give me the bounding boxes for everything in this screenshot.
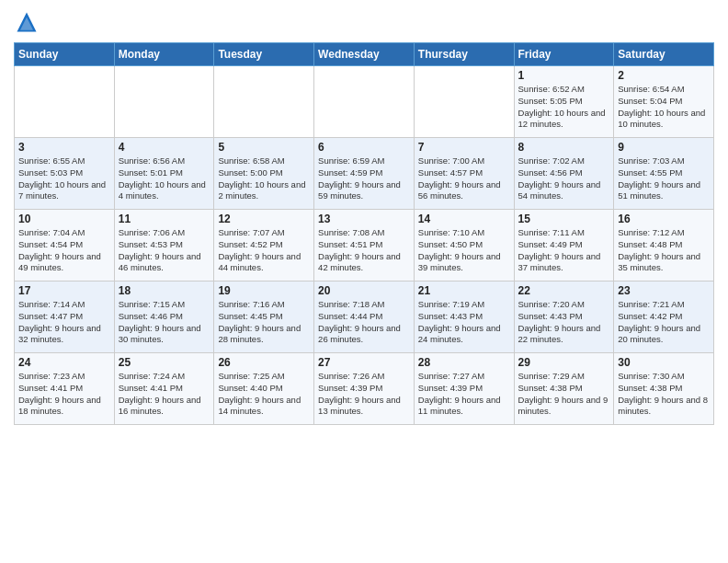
day-number: 21 [418, 284, 510, 297]
calendar-container: SundayMondayTuesdayWednesdayThursdayFrid… [0, 0, 728, 430]
day-info: Sunrise: 7:24 AM Sunset: 4:41 PM Dayligh… [119, 371, 210, 418]
day-cell: 1Sunrise: 6:52 AM Sunset: 5:05 PM Daylig… [514, 66, 614, 138]
day-cell: 23Sunrise: 7:21 AM Sunset: 4:42 PM Dayli… [614, 282, 714, 353]
day-header-friday: Friday [514, 43, 614, 66]
day-cell: 11Sunrise: 7:06 AM Sunset: 4:53 PM Dayli… [114, 210, 214, 282]
day-cell [15, 66, 115, 138]
day-info: Sunrise: 7:11 AM Sunset: 4:49 PM Dayligh… [518, 227, 610, 274]
header [14, 9, 714, 35]
day-number: 8 [518, 141, 610, 154]
day-number: 20 [318, 284, 410, 297]
day-cell: 24Sunrise: 7:23 AM Sunset: 4:41 PM Dayli… [15, 353, 115, 425]
day-number: 30 [618, 356, 710, 369]
day-info: Sunrise: 7:16 AM Sunset: 4:45 PM Dayligh… [218, 299, 310, 346]
day-info: Sunrise: 6:59 AM Sunset: 4:59 PM Dayligh… [318, 155, 410, 202]
day-info: Sunrise: 7:06 AM Sunset: 4:53 PM Dayligh… [119, 227, 210, 274]
day-number: 7 [418, 141, 510, 154]
day-cell: 10Sunrise: 7:04 AM Sunset: 4:54 PM Dayli… [15, 210, 115, 282]
day-number: 25 [119, 356, 210, 369]
day-cell: 8Sunrise: 7:02 AM Sunset: 4:56 PM Daylig… [514, 138, 614, 210]
day-info: Sunrise: 7:08 AM Sunset: 4:51 PM Dayligh… [318, 227, 410, 274]
day-cell [214, 66, 314, 138]
day-cell: 2Sunrise: 6:54 AM Sunset: 5:04 PM Daylig… [614, 66, 714, 138]
day-cell: 15Sunrise: 7:11 AM Sunset: 4:49 PM Dayli… [514, 210, 614, 282]
day-cell: 4Sunrise: 6:56 AM Sunset: 5:01 PM Daylig… [114, 138, 214, 210]
day-number: 13 [318, 213, 410, 225]
week-row-2: 3Sunrise: 6:55 AM Sunset: 5:03 PM Daylig… [15, 138, 714, 210]
day-info: Sunrise: 6:55 AM Sunset: 5:03 PM Dayligh… [18, 155, 110, 202]
day-cell [114, 66, 214, 138]
day-cell: 21Sunrise: 7:19 AM Sunset: 4:43 PM Dayli… [414, 282, 514, 353]
week-row-1: 1Sunrise: 6:52 AM Sunset: 5:05 PM Daylig… [15, 66, 714, 138]
day-info: Sunrise: 7:29 AM Sunset: 4:38 PM Dayligh… [518, 371, 610, 418]
day-info: Sunrise: 7:23 AM Sunset: 4:41 PM Dayligh… [18, 371, 110, 418]
day-info: Sunrise: 7:26 AM Sunset: 4:39 PM Dayligh… [318, 371, 410, 418]
day-cell: 5Sunrise: 6:58 AM Sunset: 5:00 PM Daylig… [214, 138, 314, 210]
day-number: 18 [119, 284, 210, 297]
day-number: 6 [318, 141, 410, 154]
day-info: Sunrise: 7:10 AM Sunset: 4:50 PM Dayligh… [418, 227, 510, 274]
day-number: 26 [218, 356, 310, 369]
days-header-row: SundayMondayTuesdayWednesdayThursdayFrid… [15, 43, 714, 66]
day-info: Sunrise: 7:19 AM Sunset: 4:43 PM Dayligh… [418, 299, 510, 346]
day-cell: 7Sunrise: 7:00 AM Sunset: 4:57 PM Daylig… [414, 138, 514, 210]
day-cell: 3Sunrise: 6:55 AM Sunset: 5:03 PM Daylig… [15, 138, 115, 210]
day-number: 9 [618, 141, 710, 154]
day-number: 23 [618, 284, 710, 297]
day-cell: 12Sunrise: 7:07 AM Sunset: 4:52 PM Dayli… [214, 210, 314, 282]
day-info: Sunrise: 7:20 AM Sunset: 4:43 PM Dayligh… [518, 299, 610, 346]
day-info: Sunrise: 7:21 AM Sunset: 4:42 PM Dayligh… [618, 299, 710, 346]
day-number: 11 [119, 213, 210, 225]
day-cell [414, 66, 514, 138]
day-number: 28 [418, 356, 510, 369]
day-cell: 29Sunrise: 7:29 AM Sunset: 4:38 PM Dayli… [514, 353, 614, 425]
calendar-table: SundayMondayTuesdayWednesdayThursdayFrid… [14, 42, 714, 425]
day-number: 4 [119, 141, 210, 154]
day-info: Sunrise: 7:14 AM Sunset: 4:47 PM Dayligh… [18, 299, 110, 346]
day-header-saturday: Saturday [614, 43, 714, 66]
day-info: Sunrise: 7:25 AM Sunset: 4:40 PM Dayligh… [218, 371, 310, 418]
logo [14, 9, 43, 35]
day-number: 22 [518, 284, 610, 297]
day-number: 17 [18, 284, 110, 297]
day-cell: 17Sunrise: 7:14 AM Sunset: 4:47 PM Dayli… [15, 282, 115, 353]
day-cell: 27Sunrise: 7:26 AM Sunset: 4:39 PM Dayli… [314, 353, 415, 425]
day-cell: 28Sunrise: 7:27 AM Sunset: 4:39 PM Dayli… [414, 353, 514, 425]
day-number: 16 [618, 213, 710, 225]
day-cell: 16Sunrise: 7:12 AM Sunset: 4:48 PM Dayli… [614, 210, 714, 282]
day-header-thursday: Thursday [414, 43, 514, 66]
day-info: Sunrise: 6:56 AM Sunset: 5:01 PM Dayligh… [119, 155, 210, 202]
logo-icon [14, 9, 40, 35]
day-cell: 9Sunrise: 7:03 AM Sunset: 4:55 PM Daylig… [614, 138, 714, 210]
day-info: Sunrise: 7:04 AM Sunset: 4:54 PM Dayligh… [18, 227, 110, 274]
day-cell: 26Sunrise: 7:25 AM Sunset: 4:40 PM Dayli… [214, 353, 314, 425]
day-info: Sunrise: 7:03 AM Sunset: 4:55 PM Dayligh… [618, 155, 710, 202]
day-number: 2 [618, 69, 710, 82]
day-number: 3 [18, 141, 110, 154]
day-number: 24 [18, 356, 110, 369]
day-cell [314, 66, 415, 138]
day-number: 15 [518, 213, 610, 225]
week-row-4: 17Sunrise: 7:14 AM Sunset: 4:47 PM Dayli… [15, 282, 714, 353]
day-info: Sunrise: 7:27 AM Sunset: 4:39 PM Dayligh… [418, 371, 510, 418]
day-number: 5 [218, 141, 310, 154]
day-info: Sunrise: 7:12 AM Sunset: 4:48 PM Dayligh… [618, 227, 710, 274]
day-cell: 6Sunrise: 6:59 AM Sunset: 4:59 PM Daylig… [314, 138, 415, 210]
day-header-sunday: Sunday [15, 43, 115, 66]
day-header-monday: Monday [114, 43, 214, 66]
day-cell: 22Sunrise: 7:20 AM Sunset: 4:43 PM Dayli… [514, 282, 614, 353]
day-number: 19 [218, 284, 310, 297]
week-row-3: 10Sunrise: 7:04 AM Sunset: 4:54 PM Dayli… [15, 210, 714, 282]
week-row-5: 24Sunrise: 7:23 AM Sunset: 4:41 PM Dayli… [15, 353, 714, 425]
day-number: 12 [218, 213, 310, 225]
day-number: 14 [418, 213, 510, 225]
day-header-tuesday: Tuesday [214, 43, 314, 66]
day-number: 29 [518, 356, 610, 369]
day-info: Sunrise: 7:30 AM Sunset: 4:38 PM Dayligh… [618, 371, 710, 418]
day-cell: 18Sunrise: 7:15 AM Sunset: 4:46 PM Dayli… [114, 282, 214, 353]
day-cell: 14Sunrise: 7:10 AM Sunset: 4:50 PM Dayli… [414, 210, 514, 282]
day-cell: 25Sunrise: 7:24 AM Sunset: 4:41 PM Dayli… [114, 353, 214, 425]
day-info: Sunrise: 6:58 AM Sunset: 5:00 PM Dayligh… [218, 155, 310, 202]
day-header-wednesday: Wednesday [314, 43, 415, 66]
day-number: 1 [518, 69, 610, 82]
